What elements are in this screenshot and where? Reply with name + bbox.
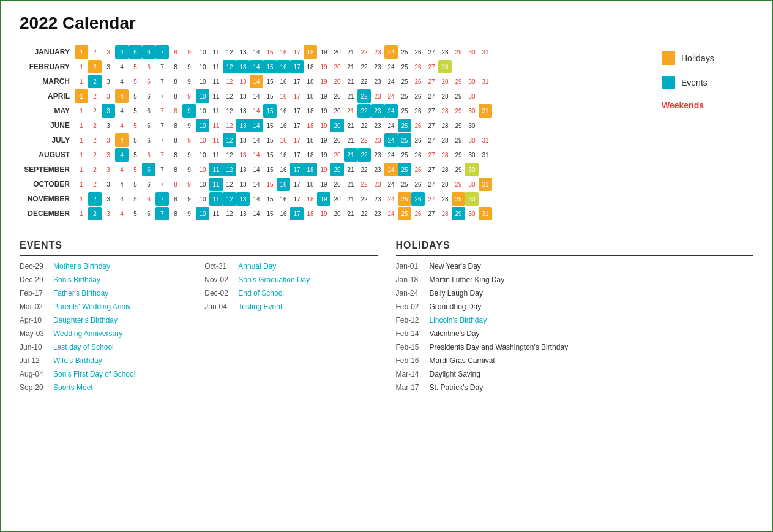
day-cell[interactable]: 16 xyxy=(277,89,290,103)
day-cell[interactable]: 3 xyxy=(102,89,115,103)
day-cell[interactable]: 5 xyxy=(129,133,142,147)
day-cell[interactable]: 22 xyxy=(357,119,371,132)
day-cell[interactable]: 21 xyxy=(344,45,357,59)
day-cell[interactable]: 12 xyxy=(223,75,236,88)
day-cell[interactable]: 7 xyxy=(155,163,169,176)
day-cell[interactable]: 3 xyxy=(102,163,115,176)
day-cell[interactable]: 13 xyxy=(236,104,250,118)
day-cell[interactable]: 30 xyxy=(465,207,479,220)
day-cell[interactable]: 15 xyxy=(263,133,277,147)
day-cell[interactable]: 30 xyxy=(465,163,479,176)
day-cell[interactable]: 30 xyxy=(465,178,479,191)
day-cell[interactable]: 6 xyxy=(142,148,155,162)
day-cell[interactable]: 21 xyxy=(344,60,357,73)
day-cell[interactable]: 2 xyxy=(88,178,102,191)
day-cell[interactable]: 4 xyxy=(115,45,129,59)
day-cell[interactable]: 17 xyxy=(290,133,304,147)
day-cell[interactable]: 7 xyxy=(155,119,169,132)
day-cell[interactable]: 16 xyxy=(277,119,290,132)
day-cell[interactable]: 20 xyxy=(330,163,344,176)
day-cell[interactable]: 17 xyxy=(290,192,304,206)
day-cell[interactable]: 11 xyxy=(209,45,223,59)
day-cell[interactable]: 18 xyxy=(304,178,317,191)
day-cell[interactable]: 17 xyxy=(290,163,304,176)
day-cell[interactable]: 2 xyxy=(88,89,102,103)
day-cell[interactable]: 26 xyxy=(411,75,425,88)
day-cell[interactable]: 2 xyxy=(88,133,102,147)
day-cell[interactable]: 29 xyxy=(452,178,465,191)
day-cell[interactable]: 23 xyxy=(371,178,384,191)
day-cell[interactable]: 16 xyxy=(277,192,290,206)
day-cell[interactable]: 21 xyxy=(344,119,357,132)
day-cell[interactable]: 15 xyxy=(263,192,277,206)
day-cell[interactable]: 9 xyxy=(182,207,196,220)
day-cell[interactable]: 10 xyxy=(196,148,209,162)
day-cell[interactable]: 12 xyxy=(223,104,236,118)
day-cell[interactable]: 19 xyxy=(317,119,330,132)
day-cell[interactable]: 20 xyxy=(330,133,344,147)
day-cell[interactable]: 28 xyxy=(438,207,452,220)
day-cell[interactable]: 13 xyxy=(236,163,250,176)
day-cell[interactable]: 23 xyxy=(371,60,384,73)
day-cell[interactable]: 14 xyxy=(250,119,263,132)
day-cell[interactable]: 26 xyxy=(411,207,425,220)
day-cell[interactable]: 19 xyxy=(317,192,330,206)
day-cell[interactable]: 21 xyxy=(344,89,357,103)
day-cell[interactable]: 8 xyxy=(169,148,182,162)
day-cell[interactable]: 17 xyxy=(290,207,304,220)
day-cell[interactable]: 24 xyxy=(384,148,398,162)
day-cell[interactable]: 10 xyxy=(196,192,209,206)
day-cell[interactable]: 25 xyxy=(398,133,411,147)
day-cell[interactable]: 28 xyxy=(438,119,452,132)
day-cell[interactable]: 4 xyxy=(115,89,129,103)
day-cell[interactable]: 21 xyxy=(344,148,357,162)
day-cell[interactable]: 13 xyxy=(236,148,250,162)
day-cell[interactable]: 23 xyxy=(371,133,384,147)
day-cell[interactable]: 7 xyxy=(155,192,169,206)
day-cell[interactable]: 5 xyxy=(129,178,142,191)
day-cell[interactable]: 2 xyxy=(88,75,102,88)
day-cell[interactable]: 9 xyxy=(182,89,196,103)
day-cell[interactable]: 22 xyxy=(357,178,371,191)
day-cell[interactable]: 22 xyxy=(357,89,371,103)
day-cell[interactable]: 27 xyxy=(425,45,438,59)
day-cell[interactable]: 4 xyxy=(115,133,129,147)
day-cell[interactable]: 20 xyxy=(330,148,344,162)
day-cell[interactable]: 7 xyxy=(155,178,169,191)
day-cell[interactable]: 2 xyxy=(88,119,102,132)
day-cell[interactable]: 20 xyxy=(330,89,344,103)
day-cell[interactable]: 12 xyxy=(223,133,236,147)
day-cell[interactable]: 28 xyxy=(438,148,452,162)
day-cell[interactable]: 14 xyxy=(250,45,263,59)
day-cell[interactable]: 17 xyxy=(290,89,304,103)
day-cell[interactable]: 29 xyxy=(452,192,465,206)
day-cell[interactable]: 1 xyxy=(75,207,88,220)
day-cell[interactable]: 19 xyxy=(317,104,330,118)
day-cell[interactable]: 16 xyxy=(277,148,290,162)
day-cell[interactable]: 9 xyxy=(182,45,196,59)
day-cell[interactable]: 16 xyxy=(277,60,290,73)
day-cell[interactable]: 9 xyxy=(182,75,196,88)
day-cell[interactable]: 11 xyxy=(209,163,223,176)
day-cell[interactable]: 7 xyxy=(155,133,169,147)
day-cell[interactable]: 14 xyxy=(250,178,263,191)
day-cell[interactable]: 23 xyxy=(371,192,384,206)
day-cell[interactable]: 27 xyxy=(425,119,438,132)
day-cell[interactable]: 1 xyxy=(75,192,88,206)
day-cell[interactable]: 31 xyxy=(479,75,492,88)
day-cell[interactable]: 3 xyxy=(102,192,115,206)
day-cell[interactable]: 15 xyxy=(263,119,277,132)
day-cell[interactable]: 1 xyxy=(75,178,88,191)
day-cell[interactable]: 27 xyxy=(425,207,438,220)
day-cell[interactable]: 31 xyxy=(479,104,492,118)
day-cell[interactable]: 11 xyxy=(209,207,223,220)
day-cell[interactable]: 11 xyxy=(209,89,223,103)
day-cell[interactable]: 7 xyxy=(155,45,169,59)
day-cell[interactable]: 27 xyxy=(425,75,438,88)
day-cell[interactable]: 31 xyxy=(479,178,492,191)
day-cell[interactable]: 4 xyxy=(115,119,129,132)
day-cell[interactable]: 17 xyxy=(290,104,304,118)
day-cell[interactable]: 5 xyxy=(129,192,142,206)
day-cell[interactable]: 25 xyxy=(398,89,411,103)
day-cell[interactable]: 2 xyxy=(88,60,102,73)
